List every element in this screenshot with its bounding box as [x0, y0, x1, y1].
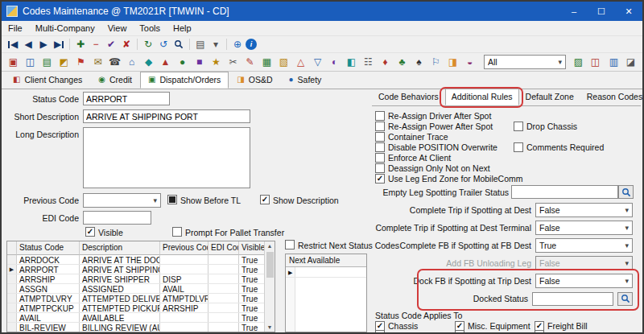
visible-checkbox[interactable] — [85, 227, 95, 237]
grid-row[interactable]: ▶ARRPORTARRIVE AT SHIPPING PORTTrue — [7, 265, 264, 274]
info-icon[interactable]: i — [246, 39, 257, 50]
empty-leg-lookup-button[interactable] — [618, 185, 634, 199]
toolbar-shortcut-icon[interactable]: ▧ — [276, 56, 291, 69]
toolbar-shortcut-icon[interactable]: ⚐ — [428, 56, 444, 69]
tab-safety[interactable]: ●Safety — [281, 72, 330, 89]
grid-column-header[interactable]: Previous Code — [160, 241, 208, 255]
toolbar-shortcut-icon[interactable]: ▤ — [39, 56, 55, 69]
complete-trip-if-spotting-at-dest-combo[interactable]: False▾ — [535, 203, 633, 217]
toolbar-shortcut-icon[interactable]: ◒ — [462, 56, 477, 69]
toolbar-shortcut-icon[interactable]: ◪ — [623, 56, 638, 69]
grid-row[interactable]: ASSGNASSIGNEDAVAILTrue — [7, 284, 264, 294]
menu-multi-company[interactable]: Multi-Company — [29, 21, 101, 36]
use-leg-end-zone-for-mobilecomm-checkbox[interactable] — [375, 174, 385, 183]
grid-column-header[interactable]: Status Code — [17, 241, 80, 255]
print-options-dropdown-icon[interactable]: ▾ — [208, 38, 223, 52]
prompt-pallet-checkbox[interactable] — [172, 227, 182, 237]
grid-row[interactable]: ARRSHIPARRIVE SHIPPERDISPTrue — [7, 274, 264, 284]
scroll-up-icon[interactable]: ▲ — [267, 241, 273, 250]
undo-icon[interactable]: ↺ — [156, 38, 171, 52]
grid-column-header[interactable]: Description — [80, 241, 160, 255]
tab-dispatch-orders[interactable]: ▣Dispatch/Orders — [140, 72, 229, 89]
toolbar-shortcut-icon[interactable]: ♦ — [378, 56, 393, 69]
show-before-tl-checkbox[interactable] — [167, 195, 177, 204]
save-icon[interactable]: ✔ — [104, 38, 118, 52]
toolbar-shortcut-icon[interactable]: ★ — [208, 56, 224, 69]
toolbar-shortcut-icon[interactable]: ▽ — [310, 56, 325, 69]
print-icon[interactable]: ▤ — [193, 38, 208, 52]
menu-file[interactable]: File — [2, 21, 29, 36]
enforce-at-client-checkbox[interactable] — [375, 153, 385, 163]
toolbar-shortcut-icon[interactable]: ◫ — [23, 56, 38, 69]
subtab-default-zone[interactable]: Default Zone — [519, 89, 580, 105]
grid-row[interactable]: AVAILAVAILABLETrue — [7, 313, 264, 323]
subtab-code-behaviors[interactable]: Code Behaviors — [372, 89, 445, 105]
cancel-icon[interactable]: ✘ — [119, 38, 134, 52]
toolbar-shortcut-icon[interactable]: ☷ — [361, 56, 376, 69]
toolbar-shortcut-icon[interactable]: ♠ — [411, 56, 427, 69]
toolbar-shortcut-icon[interactable]: ✉ — [90, 56, 105, 69]
toolbar-shortcut-icon[interactable]: ◨ — [445, 56, 460, 69]
short-description-input[interactable] — [83, 109, 250, 123]
disable-position-overwrite-checkbox[interactable] — [375, 142, 385, 152]
toolbar-shortcut-icon[interactable]: ▲ — [158, 56, 173, 69]
toolbar-shortcut-icon[interactable]: ◩ — [56, 56, 72, 69]
re-assign-driver-after-spot-checkbox[interactable] — [375, 111, 385, 121]
grid-row[interactable]: ATMPTDLVRYATTEMPTED DELIVERYATMPTDLVRYTr… — [7, 294, 264, 303]
complete-fb-if-spotting-at-fb-dest-combo[interactable]: True▾ — [535, 238, 633, 253]
tab-credit[interactable]: ◉Credit — [90, 72, 140, 89]
drop-chassis-checkbox[interactable] — [514, 122, 523, 131]
status-code-input[interactable] — [83, 92, 170, 105]
menu-view[interactable]: View — [101, 21, 134, 36]
refresh-icon[interactable]: ↻ — [141, 38, 155, 52]
toolbar-shortcut-icon[interactable]: ■ — [192, 56, 207, 69]
toolbar-filter-combo[interactable]: All ▾ — [484, 55, 566, 69]
grid-column-header[interactable]: Visible — [239, 241, 265, 255]
scrollbar-thumb[interactable] — [266, 252, 274, 278]
applies-to-checkbox[interactable] — [375, 330, 385, 334]
first-record-icon[interactable]: ◀ — [6, 38, 20, 52]
previous-code-combo[interactable]: ▾ — [83, 193, 161, 208]
long-description-input[interactable] — [83, 127, 250, 188]
tab-os-d[interactable]: ◨OS&D — [229, 72, 280, 89]
menu-help[interactable]: Help — [167, 21, 198, 36]
minimize-button[interactable]: – — [560, 2, 588, 21]
toolbar-shortcut-icon[interactable]: ▣ — [6, 56, 21, 69]
toolbar-shortcut-icon[interactable]: ◐ — [327, 56, 342, 69]
menu-tools[interactable]: Tools — [133, 21, 167, 36]
deassign-only-not-on-next-checkbox[interactable] — [375, 163, 385, 173]
toolbar-shortcut-icon[interactable]: ☎ — [107, 56, 122, 69]
docked-status-field[interactable] — [532, 292, 613, 306]
subtab-reason-codes[interactable]: Reason Codes — [580, 89, 644, 105]
toolbar-shortcut-icon[interactable]: ▦ — [259, 56, 275, 69]
show-description-checkbox[interactable] — [260, 195, 270, 204]
comments-required-checkbox[interactable] — [514, 142, 523, 152]
grid-row[interactable]: ARRDOCKARRIVE AT THE DOCKTrue — [7, 255, 264, 265]
grid-row[interactable]: BIL-REVIEWBILLING REVIEW (AUDIT)True — [7, 323, 264, 332]
toolbar-shortcut-icon[interactable]: ◆ — [141, 56, 156, 69]
tab-client-changes[interactable]: ◧Client Changes — [5, 72, 90, 89]
applies-to-checkbox[interactable] — [455, 330, 464, 334]
docked-status-lookup-button[interactable] — [617, 292, 633, 306]
grid-row[interactable]: ATMPTPCKUPATTEMPTED PICKUPARRSHIPTrue — [7, 303, 264, 313]
find-icon[interactable] — [171, 38, 186, 52]
toolbar-shortcut-icon[interactable]: ◧ — [344, 56, 359, 69]
toolbar-shortcut-icon[interactable]: ⚑ — [73, 56, 89, 69]
toolbar-shortcut-icon[interactable]: ● — [175, 56, 190, 69]
globe-icon[interactable]: ⊕ — [230, 38, 245, 52]
add-fb-unloading-leg-combo[interactable]: False▾ — [535, 256, 633, 270]
delete-record-icon[interactable]: − — [89, 38, 103, 52]
empty-leg-spotting-field[interactable] — [511, 185, 618, 199]
next-record-icon[interactable]: ▶ — [36, 38, 51, 52]
container-trace-checkbox[interactable] — [375, 132, 385, 142]
scroll-down-icon[interactable]: ▼ — [267, 323, 273, 332]
edi-code-input[interactable] — [83, 211, 151, 225]
restrict-next-status-checkbox[interactable] — [285, 240, 295, 249]
previous-record-icon[interactable]: ◀ — [21, 38, 35, 52]
grid-scrollbar[interactable]: ▲ ▼ — [264, 241, 275, 332]
toolbar-shortcut-icon[interactable]: ✎ — [242, 56, 258, 69]
toolbar-shortcut-icon[interactable]: ▥ — [606, 56, 621, 69]
toolbar-shortcut-icon[interactable]: ▨ — [571, 56, 586, 69]
toolbar-shortcut-icon[interactable]: ◫ — [588, 56, 603, 69]
maximize-button[interactable]: ☐ — [588, 2, 615, 21]
